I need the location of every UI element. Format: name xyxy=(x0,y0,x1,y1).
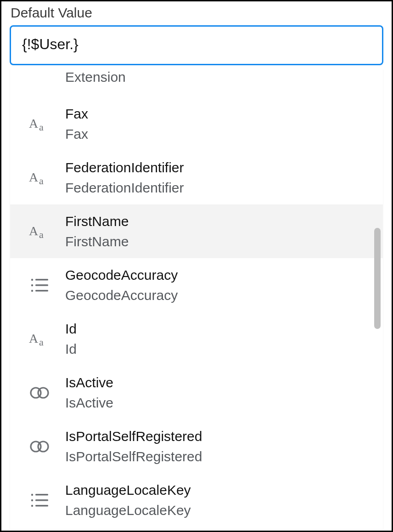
list-type-icon xyxy=(28,489,51,512)
dropdown-item-text: GeocodeAccuracyGeocodeAccuracy xyxy=(65,266,373,304)
svg-rect-13 xyxy=(35,290,48,292)
svg-text:a: a xyxy=(39,121,44,133)
svg-rect-23 xyxy=(35,499,48,501)
dropdown-item[interactable]: AaIdId xyxy=(10,312,383,366)
dropdown-item-label: LanguageLocaleKey xyxy=(65,481,373,499)
dropdown-item-text: IsPortalSelfRegisteredIsPortalSelfRegist… xyxy=(65,428,373,465)
dropdown-item-sublabel: FirstName xyxy=(65,233,373,250)
list-type-icon xyxy=(30,492,50,509)
dropdown-item-label: GeocodeAccuracy xyxy=(65,266,373,284)
dropdown-item[interactable]: IsActiveIsActive xyxy=(10,366,383,419)
svg-point-8 xyxy=(31,278,33,280)
dropdown-item[interactable]: GeocodeAccuracyGeocodeAccuracy xyxy=(10,258,383,312)
svg-text:a: a xyxy=(39,336,44,348)
dropdown-item-sublabel: IsPortalSelfRegistered xyxy=(65,448,373,465)
dropdown-item-text: IdId xyxy=(65,320,373,357)
dropdown-item-text: LanguageLocaleKeyLanguageLocaleKey xyxy=(65,481,373,519)
dropdown-item-text: FederationIdentifierFederationIdentifier xyxy=(65,159,373,196)
svg-text:A: A xyxy=(29,116,39,130)
dropdown-item-text: FirstNameFirstName xyxy=(65,213,373,250)
toggle-type-icon xyxy=(28,381,51,404)
list-type-icon xyxy=(28,274,51,297)
text-type-icon: Aa xyxy=(28,166,51,189)
dropdown-item-sublabel: IsActive xyxy=(65,394,373,412)
dropdown-item-label: IsActive xyxy=(65,374,373,391)
dropdown-item[interactable]: AaFirstNameFirstName xyxy=(10,204,383,258)
dropdown-item-text: IsActiveIsActive xyxy=(65,374,373,411)
svg-rect-11 xyxy=(35,284,48,286)
text-type-icon: Aa xyxy=(29,115,51,133)
svg-rect-9 xyxy=(35,279,48,281)
dropdown-item-label: IsPortalSelfRegistered xyxy=(65,428,373,445)
toggle-type-icon xyxy=(28,435,51,458)
dropdown-item-sublabel: Id xyxy=(65,340,373,358)
text-type-icon: Aa xyxy=(28,220,51,243)
boolean-type-icon xyxy=(29,385,51,400)
dropdown-item[interactable]: AaExtensionExtension xyxy=(10,69,383,97)
dropdown-item-sublabel: Fax xyxy=(65,125,373,143)
dropdown-item-sublabel: GeocodeAccuracy xyxy=(65,287,373,304)
text-type-icon: Aa xyxy=(28,113,51,136)
svg-point-20 xyxy=(31,493,33,495)
dropdown-item-label: Fax xyxy=(65,105,373,123)
svg-text:A: A xyxy=(29,170,39,184)
field-label: Default Value xyxy=(1,1,392,23)
svg-point-22 xyxy=(31,499,33,501)
text-type-icon: Aa xyxy=(29,169,51,187)
svg-point-24 xyxy=(31,504,33,506)
dropdown-item[interactable]: AaFederationIdentifierFederationIdentifi… xyxy=(10,151,383,204)
dropdown-item-label: Id xyxy=(65,320,373,338)
autocomplete-dropdown: AaExtensionExtensionAaFaxFaxAaFederation… xyxy=(10,69,383,529)
svg-text:a: a xyxy=(39,175,44,187)
svg-point-17 xyxy=(38,388,48,398)
dropdown-item-sublabel: LanguageLocaleKey xyxy=(65,502,373,519)
scrollbar-track[interactable] xyxy=(373,69,382,529)
dropdown-item-label: FirstName xyxy=(65,213,373,230)
text-type-icon: Aa xyxy=(29,330,51,348)
dropdown-item[interactable]: IsPortalSelfRegisteredIsPortalSelfRegist… xyxy=(10,419,383,473)
default-value-input[interactable] xyxy=(10,25,383,65)
svg-text:A: A xyxy=(29,224,39,238)
boolean-type-icon xyxy=(29,439,51,454)
dropdown-item-text: FaxFax xyxy=(65,105,373,142)
dropdown-item-sublabel: Extension xyxy=(65,69,373,86)
svg-point-12 xyxy=(31,289,33,291)
list-type-icon xyxy=(30,277,50,294)
svg-rect-21 xyxy=(35,494,48,496)
dropdown-item[interactable]: LanguageLocaleKeyLanguageLocaleKey xyxy=(10,473,383,519)
scrollbar-thumb[interactable] xyxy=(374,228,381,329)
dropdown-item-sublabel: FederationIdentifier xyxy=(65,179,373,197)
dropdown-item-text: ExtensionExtension xyxy=(65,69,373,86)
text-type-icon: Aa xyxy=(29,222,51,241)
svg-point-10 xyxy=(31,284,33,286)
text-type-icon: Aa xyxy=(28,328,51,351)
svg-text:a: a xyxy=(39,229,44,240)
svg-text:A: A xyxy=(29,331,39,345)
dropdown-item[interactable]: AaFaxFax xyxy=(10,97,383,151)
dropdown-item-label: FederationIdentifier xyxy=(65,159,373,176)
svg-rect-25 xyxy=(35,505,48,507)
svg-point-19 xyxy=(38,441,48,452)
